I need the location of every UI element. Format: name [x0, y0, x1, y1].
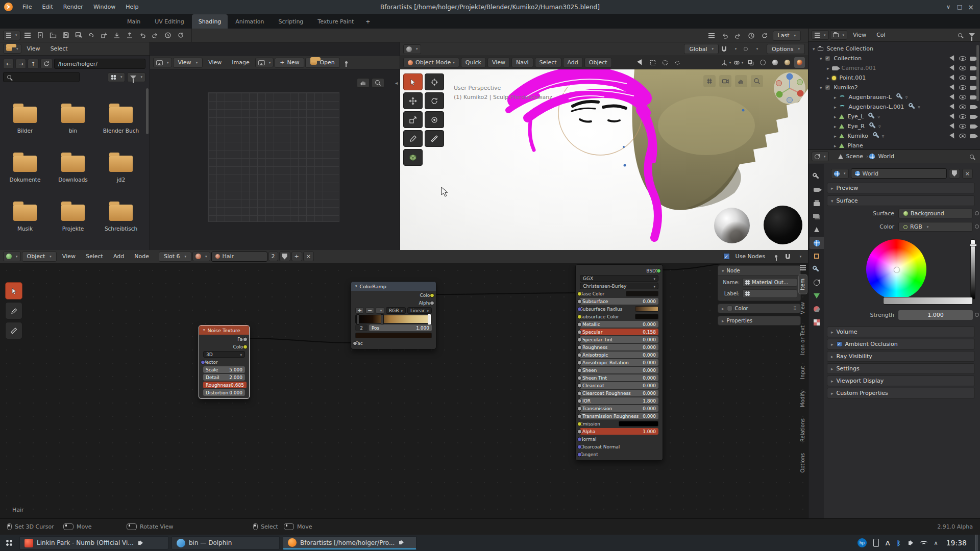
color-mode-dropdown[interactable]: RGB: [386, 307, 406, 314]
selectable-icon[interactable]: [949, 113, 957, 120]
menu-add[interactable]: Add: [563, 58, 583, 67]
unlink-world-button[interactable]: [962, 169, 973, 179]
sidebar-toggle-icon[interactable]: ◂: [395, 80, 398, 86]
input-socket[interactable]: [577, 391, 582, 395]
menu-quick[interactable]: Quick: [461, 58, 486, 67]
camera-icon[interactable]: [970, 95, 976, 99]
transform-tool[interactable]: [425, 111, 444, 128]
select-tool[interactable]: [5, 282, 22, 299]
collection-checkbox[interactable]: [825, 56, 830, 61]
breadcrumb-world[interactable]: World: [876, 152, 896, 161]
tab-output[interactable]: [810, 197, 824, 209]
panel-preview[interactable]: Preview: [827, 183, 975, 193]
input-socket[interactable]: [577, 368, 582, 372]
file-open-icon[interactable]: [48, 30, 59, 41]
input-socket[interactable]: [577, 360, 582, 365]
input-socket[interactable]: [577, 452, 582, 457]
pan-tool-icon[interactable]: [357, 78, 370, 88]
collection-checkbox[interactable]: [825, 85, 830, 90]
editor-type-dropdown[interactable]: [3, 44, 21, 54]
node-label-field[interactable]: [742, 289, 797, 298]
toggle-grid-icon[interactable]: [703, 75, 716, 87]
tab-animation[interactable]: Animation: [229, 14, 271, 29]
tab-render[interactable]: [810, 184, 824, 196]
link-icon[interactable]: [86, 30, 97, 41]
bluetooth-icon[interactable]: ᛒ: [897, 539, 901, 547]
output-socket[interactable]: [656, 268, 661, 273]
outliner-row-camera[interactable]: Camera.001: [808, 63, 976, 73]
selectable-icon[interactable]: [949, 74, 957, 82]
pin-icon[interactable]: [341, 57, 352, 68]
value-bar[interactable]: [883, 297, 973, 305]
color-value-slider[interactable]: [970, 239, 975, 299]
alpha-slider[interactable]: Alpha1.000: [580, 428, 658, 435]
menu-window[interactable]: Window: [89, 3, 120, 11]
new-image-button[interactable]: New: [275, 58, 304, 68]
camera-view-icon[interactable]: [719, 75, 731, 87]
tab-tool[interactable]: [810, 170, 824, 183]
interpolation-dropdown[interactable]: Linear: [407, 307, 432, 314]
keyboard-layout-icon[interactable]: A: [886, 539, 890, 547]
outliner-row-scene-collection[interactable]: Scene Collection: [808, 44, 976, 54]
pan-view-icon[interactable]: [735, 75, 747, 87]
menu-navi[interactable]: Navi: [511, 58, 533, 67]
navigation-gizmo[interactable]: [773, 71, 806, 105]
node-name-field[interactable]: Material Out...: [742, 278, 797, 287]
repeat-icon[interactable]: [176, 30, 186, 41]
file-browser-select-menu[interactable]: Select: [46, 44, 72, 53]
tab-view-layer[interactable]: [810, 210, 824, 222]
move-tool[interactable]: [403, 92, 423, 109]
tab-uv-editing[interactable]: UV Editing: [148, 14, 190, 29]
up-button[interactable]: ↑: [28, 59, 38, 69]
row-slider[interactable]: Specular Tint0.000: [580, 336, 658, 343]
outliner-row-eye-l[interactable]: Eye_L▿: [808, 112, 976, 121]
shader-type-dropdown[interactable]: Object: [22, 252, 57, 262]
editor-type-dropdown[interactable]: [812, 30, 829, 40]
strength-field[interactable]: 1.000: [898, 310, 973, 320]
folder-item[interactable]: Dokumente: [1, 152, 49, 201]
snap-options-dropdown[interactable]: [729, 44, 740, 55]
sidebar-tab-options[interactable]: Options: [799, 449, 807, 477]
selectable-icon[interactable]: [949, 55, 957, 62]
principled-bsdf-node[interactable]: BSDF GGX Christensen-Burley Base Color S…: [575, 264, 663, 461]
row-slider[interactable]: Transmission Roughness0.000: [580, 413, 658, 419]
color-ramp-gradient[interactable]: [355, 315, 432, 323]
export-icon[interactable]: [125, 30, 135, 41]
editor-type-dropdown[interactable]: [153, 58, 172, 67]
task-media-player[interactable]: Linkin Park - Numb (Official Vi...: [19, 536, 168, 549]
sidebar-tab-relations[interactable]: Relations: [799, 415, 807, 445]
row-slider[interactable]: Anisotropic Rotation0.000: [580, 359, 658, 366]
scale-tool[interactable]: [403, 111, 423, 128]
input-socket[interactable]: [577, 437, 582, 441]
panel-volume[interactable]: Volume: [827, 327, 975, 337]
selectable-icon[interactable]: [949, 84, 957, 91]
file-browser-view-menu[interactable]: View: [22, 44, 45, 53]
show-desktop-button[interactable]: [975, 535, 978, 551]
mode-dropdown[interactable]: Object Mode: [403, 58, 459, 67]
taskbar-clock[interactable]: 19:38: [946, 539, 967, 547]
toolbar-editor-type-dropdown[interactable]: [3, 31, 20, 40]
dimensions-dropdown[interactable]: 3D: [203, 351, 245, 358]
outliner-row-point-light[interactable]: Point.001: [808, 73, 976, 83]
output-socket[interactable]: [430, 293, 434, 297]
import-icon[interactable]: [112, 30, 122, 41]
input-socket[interactable]: [577, 307, 582, 311]
noise-texture-node[interactable]: Noise Texture Fac Color 3D Vector Scale5…: [199, 325, 250, 399]
base-color-swatch[interactable]: [626, 291, 658, 296]
node-node-menu[interactable]: Node: [130, 252, 154, 261]
output-socket[interactable]: [243, 337, 248, 341]
cursor-tool[interactable]: [425, 73, 444, 90]
select-tweak-icon[interactable]: [635, 57, 646, 68]
sidebar-tab-icon-or-text[interactable]: Icon or Text: [799, 322, 807, 359]
shading-material-icon[interactable]: [782, 57, 793, 68]
animate-dot[interactable]: [975, 224, 979, 229]
display-mode-dropdown[interactable]: [108, 72, 126, 82]
snap-dropdown[interactable]: [794, 251, 805, 262]
color-wheel[interactable]: [866, 239, 926, 299]
color-checkbox[interactable]: [727, 306, 732, 311]
panel-ray-visibility[interactable]: Ray Visibility: [827, 351, 975, 362]
camera-icon[interactable]: [970, 66, 976, 70]
tab-object-data[interactable]: [810, 290, 824, 302]
search-icon[interactable]: [954, 30, 965, 40]
panel-viewport-display[interactable]: Viewport Display: [827, 375, 975, 386]
